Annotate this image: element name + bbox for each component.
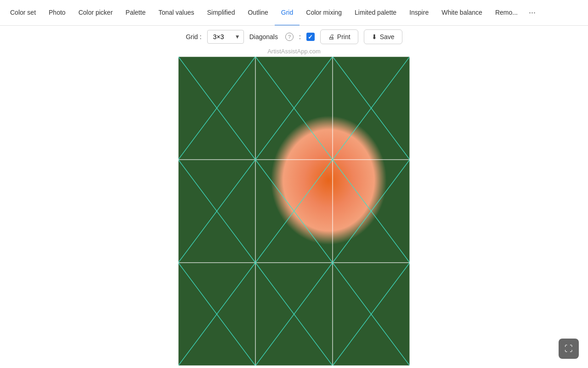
nav-item-white-balance[interactable]: White balance — [435, 0, 489, 26]
grid-select[interactable]: 1×1 2×2 3×3 4×4 5×5 6×6 — [207, 30, 244, 44]
nav-item-limited-palette[interactable]: Limited palette — [348, 0, 403, 26]
nav-item-remove[interactable]: Remo... — [489, 0, 524, 26]
print-label: Print — [337, 33, 351, 40]
image-container — [178, 57, 410, 366]
save-button[interactable]: ⬇ Save — [364, 29, 402, 44]
save-label: Save — [380, 33, 395, 40]
nav-item-grid[interactable]: Grid — [275, 0, 300, 26]
diagonals-checkbox[interactable] — [306, 33, 315, 41]
fullscreen-icon: ⛶ — [565, 344, 573, 354]
nav-item-simplified[interactable]: Simplified — [201, 0, 242, 26]
main-content: ArtistAssistApp.com — [0, 48, 588, 366]
toolbar: Grid : 1×1 2×2 3×3 4×4 5×5 6×6 ▼ Diagona… — [0, 26, 588, 48]
nav-item-palette[interactable]: Palette — [119, 0, 152, 26]
print-button[interactable]: 🖨 Print — [320, 29, 358, 44]
nav-item-color-picker[interactable]: Color picker — [72, 0, 119, 26]
watermark: ArtistAssistApp.com — [267, 48, 321, 55]
flower-background — [178, 57, 410, 366]
checkbox-checked-icon[interactable] — [306, 33, 315, 41]
top-navigation: Color set Photo Color picker Palette Ton… — [0, 0, 588, 26]
flower-image — [178, 57, 410, 366]
nav-more-button[interactable]: ··· — [524, 0, 540, 26]
nav-item-tonal-values[interactable]: Tonal values — [152, 0, 201, 26]
save-icon: ⬇ — [372, 33, 377, 40]
nav-item-photo[interactable]: Photo — [42, 0, 72, 26]
grid-select-wrapper: 1×1 2×2 3×3 4×4 5×5 6×6 ▼ — [207, 30, 244, 44]
nav-item-color-mixing[interactable]: Color mixing — [300, 0, 348, 26]
fullscreen-button[interactable]: ⛶ — [559, 339, 579, 359]
help-icon[interactable]: ? — [285, 33, 294, 41]
diagonals-label: Diagonals — [249, 33, 278, 40]
nav-item-inspire[interactable]: Inspire — [403, 0, 435, 26]
nav-item-color-set[interactable]: Color set — [4, 0, 42, 26]
printer-icon: 🖨 — [328, 33, 334, 40]
grid-label: Grid : — [186, 33, 201, 40]
colon-separator: : — [299, 33, 301, 40]
nav-item-outline[interactable]: Outline — [241, 0, 274, 26]
